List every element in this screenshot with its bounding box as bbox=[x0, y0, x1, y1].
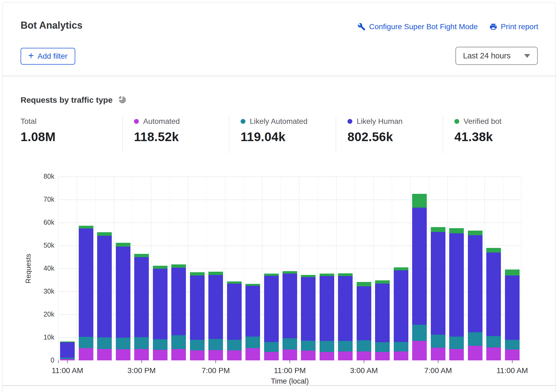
gridline-vertical bbox=[355, 177, 355, 360]
bar-segment-likely-human bbox=[245, 286, 260, 337]
y-tick-label: 0 bbox=[25, 356, 54, 364]
bar-segment-likely-automated bbox=[190, 340, 205, 351]
bar-hour-slot[interactable] bbox=[449, 228, 464, 360]
bar-segment-verified-bot bbox=[171, 264, 186, 268]
bar-hour-slot[interactable] bbox=[190, 272, 205, 360]
time-range-value: Last 24 hours bbox=[463, 51, 511, 60]
bar-segment-likely-automated bbox=[116, 338, 130, 349]
gridline-vertical bbox=[521, 177, 522, 360]
add-filter-button[interactable]: + Add filter bbox=[21, 48, 75, 65]
bar-segment-automated bbox=[153, 350, 168, 360]
gridline-vertical bbox=[188, 177, 188, 360]
x-tick-label: 3:00 AM bbox=[331, 366, 396, 375]
bar-hour-slot[interactable] bbox=[486, 248, 501, 360]
bar-hour-slot[interactable] bbox=[468, 231, 482, 360]
stat-likely-automated-value: 119.04k bbox=[241, 129, 336, 144]
bar-segment-likely-human bbox=[320, 276, 334, 341]
stat-automated: Automated 118.52k bbox=[122, 116, 229, 154]
bar-hour-slot[interactable] bbox=[171, 264, 186, 360]
x-tick-mark bbox=[67, 360, 68, 363]
bar-segment-verified-bot bbox=[505, 270, 520, 275]
x-axis-title: Time (local) bbox=[58, 377, 521, 386]
bar-segment-automated bbox=[412, 341, 427, 360]
stat-total-value: 1.08M bbox=[21, 129, 122, 144]
bar-hour-slot[interactable] bbox=[283, 271, 297, 360]
bar-hour-slot[interactable] bbox=[320, 274, 334, 360]
bar-segment-likely-human bbox=[357, 286, 371, 340]
x-tick-label: 7:00 AM bbox=[406, 366, 471, 375]
bar-hour-slot[interactable] bbox=[431, 227, 445, 360]
bar-segment-automated bbox=[227, 350, 242, 360]
section-bottom-divider bbox=[2, 385, 556, 386]
x-tick-mark bbox=[512, 360, 513, 363]
gridline-vertical bbox=[373, 177, 374, 360]
axis-origin-tick bbox=[58, 360, 59, 363]
bar-segment-likely-automated bbox=[412, 325, 427, 341]
bar-hour-slot[interactable] bbox=[412, 194, 427, 360]
bar-segment-likely-human bbox=[412, 208, 427, 325]
bar-segment-verified-bot bbox=[190, 272, 205, 275]
gridline-vertical bbox=[58, 177, 59, 360]
bar-hour-slot[interactable] bbox=[264, 274, 279, 360]
x-tick-label: 7:00 PM bbox=[183, 366, 248, 375]
x-tick-mark bbox=[290, 360, 290, 363]
bar-hour-slot[interactable] bbox=[153, 266, 168, 360]
bar-hour-slot[interactable] bbox=[338, 273, 353, 360]
stat-verified-bot-value: 41.38k bbox=[454, 129, 540, 144]
bar-hour-slot[interactable] bbox=[245, 284, 260, 360]
gridline-horizontal bbox=[58, 222, 521, 223]
bar-hour-slot[interactable] bbox=[505, 270, 520, 360]
bar-segment-likely-automated bbox=[208, 339, 223, 350]
gridline-vertical bbox=[114, 177, 114, 360]
bar-hour-slot[interactable] bbox=[208, 272, 223, 360]
bar-segment-verified-bot bbox=[153, 266, 168, 269]
bar-segment-likely-human bbox=[171, 268, 186, 335]
bar-segment-likely-human bbox=[116, 247, 130, 338]
gridline-vertical bbox=[429, 177, 429, 360]
gridline-vertical bbox=[244, 177, 244, 360]
bar-segment-likely-human bbox=[449, 233, 464, 337]
configure-super-bot-fight-mode-link[interactable]: Configure Super Bot Fight Mode bbox=[357, 22, 478, 31]
header-links: Configure Super Bot Fight Mode Print rep… bbox=[357, 22, 538, 31]
bar-hour-slot[interactable] bbox=[79, 226, 93, 360]
bar-segment-likely-human bbox=[394, 270, 408, 342]
bar-segment-likely-human bbox=[227, 284, 242, 340]
bar-segment-verified-bot bbox=[97, 232, 112, 236]
bar-segment-automated bbox=[486, 347, 501, 360]
bar-segment-likely-human bbox=[431, 232, 445, 335]
bar-hour-slot[interactable] bbox=[97, 232, 112, 360]
bar-hour-slot[interactable] bbox=[227, 281, 242, 360]
bar-segment-automated bbox=[245, 348, 260, 360]
gridline-vertical bbox=[169, 177, 170, 360]
y-tick-label: 50k bbox=[25, 241, 54, 249]
bar-hour-slot[interactable] bbox=[375, 280, 390, 360]
bar-segment-likely-automated bbox=[449, 337, 464, 349]
bar-hour-slot[interactable] bbox=[301, 275, 316, 360]
y-tick-label: 30k bbox=[25, 287, 54, 295]
bar-hour-slot[interactable] bbox=[60, 341, 75, 360]
bar-segment-verified-bot bbox=[227, 281, 242, 284]
stat-verified-bot-label: Verified bot bbox=[464, 117, 501, 126]
bar-segment-verified-bot bbox=[468, 231, 482, 235]
bar-segment-automated bbox=[394, 351, 408, 360]
gridline-vertical bbox=[281, 177, 281, 360]
time-range-select[interactable]: Last 24 hours bbox=[455, 47, 538, 65]
bar-segment-likely-human bbox=[97, 236, 112, 337]
bar-segment-likely-automated bbox=[283, 338, 297, 350]
bar-segment-verified-bot bbox=[486, 248, 501, 253]
bar-segment-automated bbox=[97, 349, 112, 360]
header-divider bbox=[2, 76, 556, 76]
bar-segment-likely-automated bbox=[394, 342, 408, 351]
bar-hour-slot[interactable] bbox=[394, 267, 408, 360]
gridline-vertical bbox=[336, 177, 337, 360]
bar-segment-verified-bot bbox=[449, 228, 464, 233]
y-tick-label: 10k bbox=[25, 333, 54, 341]
bar-hour-slot[interactable] bbox=[357, 282, 371, 360]
bar-segment-verified-bot bbox=[375, 280, 390, 284]
x-tick-label: 11:00 AM bbox=[480, 366, 545, 375]
add-filter-label: Add filter bbox=[38, 52, 68, 61]
bar-segment-verified-bot bbox=[283, 271, 297, 274]
bar-hour-slot[interactable] bbox=[116, 243, 130, 360]
print-report-link[interactable]: Print report bbox=[489, 22, 539, 31]
bar-hour-slot[interactable] bbox=[134, 254, 149, 360]
